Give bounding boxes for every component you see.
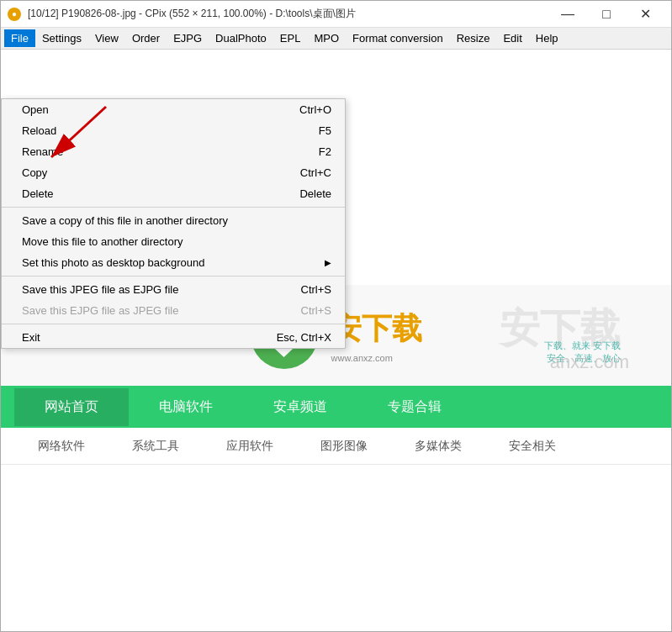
title-bar: ● [10/12] P190826-08-.jpg - CPix (552 × … (1, 1, 671, 28)
subnav-multimedia[interactable]: 多媒体类 (391, 430, 485, 462)
menu-help[interactable]: Help (529, 29, 565, 47)
menu-save-ejpg-as-jpeg: Save this EJPG file as JPEG file Ctrl+S (2, 300, 345, 321)
subnav-network[interactable]: 网络软件 (14, 430, 108, 462)
subnav-apps[interactable]: 应用软件 (203, 430, 297, 462)
menu-bar: File Settings View Order EJPG DualPhoto … (1, 28, 671, 50)
menu-edit[interactable]: Edit (496, 29, 528, 47)
menu-format-conversion[interactable]: Format conversion (346, 29, 450, 47)
menu-move-file[interactable]: Move this file to another directory (2, 231, 345, 252)
nav-collections[interactable]: 专题合辑 (357, 388, 472, 426)
menu-mpo[interactable]: MPO (307, 29, 346, 47)
menu-ejpg[interactable]: EJPG (167, 29, 209, 47)
menu-open[interactable]: Open Ctrl+O (2, 99, 345, 120)
subnav-security[interactable]: 安全相关 (485, 430, 579, 462)
app-window: ● [10/12] P190826-08-.jpg - CPix (552 × … (0, 0, 672, 632)
menu-epl[interactable]: EPL (273, 29, 308, 47)
menu-resize[interactable]: Resize (450, 29, 497, 47)
separator-1 (2, 207, 345, 208)
nav-pc-software[interactable]: 电脑软件 (129, 388, 243, 426)
nav-home[interactable]: 网站首页 (14, 388, 129, 426)
window-controls: — □ ✕ (548, 1, 664, 28)
menu-delete[interactable]: Delete Delete (2, 183, 345, 204)
nav-android[interactable]: 安卓频道 (243, 388, 357, 426)
separator-2 (2, 276, 345, 276)
ad-subtitle: www.anxz.com (331, 353, 422, 363)
sub-nav-bar: 网络软件 系统工具 应用软件 图形图像 多媒体类 安全相关 (1, 428, 671, 465)
minimize-button[interactable]: — (548, 1, 587, 28)
menu-save-jpeg-as-ejpg[interactable]: Save this JPEG file as EJPG file Ctrl+S (2, 279, 345, 300)
window-title: [10/12] P190826-08-.jpg - CPix (552 × 21… (28, 7, 356, 21)
menu-file[interactable]: File (4, 29, 35, 47)
main-content: Open Ctrl+O Reload F5 Rename F2 Copy Ctr… (1, 50, 671, 631)
title-bar-left: ● [10/12] P190826-08-.jpg - CPix (552 × … (8, 7, 356, 21)
menu-settings[interactable]: Settings (35, 29, 88, 47)
ad-domain: anxz.com (550, 351, 629, 373)
file-dropdown-menu: Open Ctrl+O Reload F5 Rename F2 Copy Ctr… (1, 98, 346, 349)
menu-desktop-background[interactable]: Set this photo as desktop background ▶ (2, 252, 345, 273)
menu-exit[interactable]: Exit Esc, Ctrl+X (2, 327, 345, 348)
menu-reload[interactable]: Reload F5 (2, 120, 345, 141)
subnav-system[interactable]: 系统工具 (108, 430, 203, 462)
menu-dualphoto[interactable]: DualPhoto (209, 29, 273, 47)
nav-bar: 网站首页 电脑软件 安卓频道 专题合辑 (1, 386, 671, 428)
menu-copy[interactable]: Copy Ctrl+C (2, 162, 345, 183)
subnav-graphics[interactable]: 图形图像 (297, 430, 391, 462)
menu-rename[interactable]: Rename F2 (2, 141, 345, 162)
maximize-button[interactable]: □ (587, 1, 626, 28)
close-button[interactable]: ✕ (626, 1, 664, 28)
app-icon: ● (8, 8, 21, 21)
menu-save-copy[interactable]: Save a copy of this file in another dire… (2, 210, 345, 231)
menu-order[interactable]: Order (125, 29, 167, 47)
separator-3 (2, 324, 345, 324)
menu-view[interactable]: View (88, 29, 125, 47)
